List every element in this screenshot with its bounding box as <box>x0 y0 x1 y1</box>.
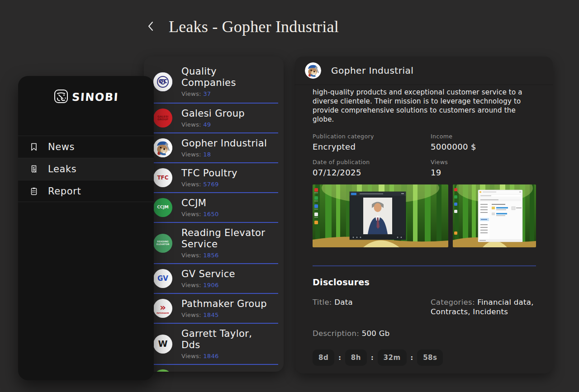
company-list-item-galesi-group[interactable]: GALESIGROUP Galesi Group Views: 49 <box>144 104 278 133</box>
screenshot-thumbnail-2[interactable] <box>453 184 536 247</box>
sinobi-logo: SINOBI <box>18 88 154 107</box>
page: Leaks - Gopher Industrial <box>0 0 579 392</box>
chevron-left-icon <box>147 21 154 33</box>
disclosures-heading: Disclosures <box>313 277 536 287</box>
clipboard-icon <box>29 186 39 196</box>
countdown-minutes: 32m <box>378 349 407 366</box>
detail-header: Gopher Industrial <box>295 57 553 85</box>
gopher-industrial-logo-icon <box>153 138 172 157</box>
countdown-colon: : <box>411 354 413 361</box>
countdown-timer: 8d : 8h : 32m : 58s <box>313 349 536 366</box>
disclosure-categories: Categories: Financial data, Contracts, I… <box>431 298 536 316</box>
company-list-item-ccjm[interactable]: CCJM CCJM Views: 1650 <box>144 193 278 223</box>
back-button[interactable] <box>146 21 156 33</box>
galesi-group-logo-icon: GALESIGROUP <box>153 109 172 128</box>
companies-list-panel: QC Quality Companies Views: 37 GALESIGRO… <box>144 57 284 372</box>
quality-companies-logo-icon: QC <box>153 72 172 91</box>
company-list-item-gopher-industrial[interactable]: Gopher Industrial Views: 18 <box>144 133 278 163</box>
screenshot-thumbnail-1[interactable] <box>313 184 448 247</box>
sidebar-menu: News Leaks <box>18 136 154 202</box>
company-list-item-secure-network[interactable]: Secure Network <box>144 365 278 372</box>
field-date-of-publication: Date of publication 07/12/2025 <box>313 159 431 177</box>
countdown-hours: 8h <box>345 349 367 366</box>
sidebar: SINOBI News Leaks <box>18 76 154 380</box>
page-title: Leaks - Gopher Industrial <box>169 17 339 36</box>
gv-service-logo-icon: GV <box>153 269 172 288</box>
section-divider <box>313 265 536 266</box>
secure-network-logo-icon <box>153 369 172 372</box>
company-list-item-garrett-taylor-dds[interactable]: W Garrett Taylor, Dds Views: 1846 <box>144 324 278 365</box>
screenshots-row <box>313 184 536 247</box>
detail-company-name: Gopher Industrial <box>331 65 413 76</box>
field-publication-category: Publication category Encrypted <box>313 133 431 151</box>
tfc-poultry-logo-icon: TFC <box>153 168 172 187</box>
gopher-industrial-logo-icon <box>305 62 321 79</box>
company-list-item-pathmaker-group[interactable]: »PATHMAKER Pathmaker Group Views: 1845 <box>144 294 278 324</box>
leak-detail-panel: Gopher Industrial high-quality products … <box>295 57 553 373</box>
garrett-taylor-dds-logo-icon: W <box>153 335 172 354</box>
sidebar-item-news[interactable]: News <box>18 136 154 158</box>
field-income: Income 5000000 $ <box>431 133 536 151</box>
company-list-item-reading-elevator-service[interactable]: READINGELEVATOR Reading Elevator Service… <box>144 223 278 264</box>
company-list-item-tfc-poultry[interactable]: TFC TFC Poultry Views: 5769 <box>144 163 278 193</box>
countdown-seconds: 58s <box>417 349 443 366</box>
bookmark-icon <box>29 142 39 152</box>
field-views: Views 19 <box>431 159 536 177</box>
company-list-item-gv-service[interactable]: GV GV Service Views: 1906 <box>144 264 278 294</box>
logo-wordmark: SINOBI <box>71 91 119 104</box>
countdown-days: 8d <box>313 349 334 366</box>
pathmaker-group-logo-icon: »PATHMAKER <box>153 299 172 318</box>
company-description: high-quality products and exceptional cu… <box>313 88 536 124</box>
company-list-item-quality-companies[interactable]: QC Quality Companies Views: 37 <box>144 57 278 104</box>
sidebar-item-leaks[interactable]: Leaks <box>18 158 154 180</box>
disclosure-description: Description: 500 Gb <box>313 329 536 338</box>
countdown-colon: : <box>338 354 341 361</box>
disclosure-info: Title: Data Categories: Financial data, … <box>313 298 536 316</box>
receipt-icon <box>29 164 39 174</box>
ccjm-logo-icon: CCJM <box>153 198 172 217</box>
countdown-colon: : <box>371 354 374 361</box>
disclosure-title: Title: Data <box>313 298 431 316</box>
publication-fields: Publication category Encrypted Income 50… <box>313 133 536 177</box>
sidebar-item-report[interactable]: Report <box>18 180 154 202</box>
detail-body: high-quality products and exceptional cu… <box>295 88 553 366</box>
page-header: Leaks - Gopher Industrial <box>146 17 339 36</box>
kanji-shinobi-icon <box>54 89 68 105</box>
reading-elevator-service-logo-icon: READINGELEVATOR <box>153 234 172 253</box>
